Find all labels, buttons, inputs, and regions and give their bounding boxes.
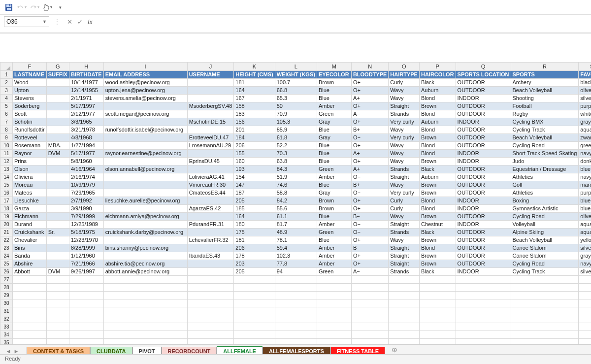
cell[interactable]: 206 bbox=[234, 244, 275, 252]
cell[interactable] bbox=[419, 299, 456, 307]
field-header[interactable]: EMAIL ADDRESS bbox=[103, 71, 187, 79]
cell[interactable]: bins.shanny@pecinow.org bbox=[103, 244, 187, 252]
cell[interactable]: 74.6 bbox=[275, 181, 317, 189]
cell[interactable] bbox=[103, 134, 187, 142]
row-header[interactable]: 21 bbox=[0, 229, 13, 236]
cell[interactable] bbox=[46, 213, 69, 221]
cell[interactable]: Blue bbox=[317, 213, 351, 221]
cell[interactable] bbox=[13, 315, 47, 323]
cell[interactable]: Blond bbox=[419, 142, 456, 150]
column-header[interactable]: L bbox=[275, 63, 317, 71]
cell[interactable] bbox=[187, 331, 234, 339]
cell[interactable]: Green bbox=[317, 229, 351, 236]
cell[interactable]: O+ bbox=[351, 252, 388, 260]
row-header[interactable]: 10 bbox=[0, 142, 13, 150]
cell[interactable] bbox=[46, 205, 69, 213]
cell[interactable] bbox=[187, 213, 234, 221]
row-header[interactable]: 5 bbox=[0, 102, 13, 110]
cell[interactable]: 5/8/1960 bbox=[69, 158, 103, 165]
cell[interactable]: Mateos bbox=[13, 189, 47, 197]
tab-nav-prev-icon[interactable]: ◄ bbox=[5, 348, 12, 354]
cell[interactable]: O− bbox=[351, 189, 388, 197]
row-header[interactable]: 15 bbox=[0, 181, 13, 189]
cell[interactable]: Brown bbox=[317, 79, 351, 87]
tab-nav-next-icon[interactable]: ► bbox=[13, 348, 20, 354]
cell[interactable]: 10/14/1977 bbox=[69, 79, 103, 87]
cell[interactable] bbox=[187, 299, 234, 307]
cell[interactable]: Upton bbox=[13, 87, 47, 95]
cell[interactable] bbox=[456, 299, 511, 307]
cell[interactable] bbox=[13, 276, 47, 284]
cell[interactable] bbox=[456, 284, 511, 292]
cell[interactable]: INDOOR bbox=[456, 268, 511, 276]
cell[interactable]: B+ bbox=[351, 181, 388, 189]
row-header[interactable]: 24 bbox=[0, 252, 13, 260]
cell[interactable]: Brown bbox=[419, 134, 456, 142]
sheet-tab[interactable]: CLUBDATA bbox=[90, 347, 132, 355]
cell[interactable] bbox=[419, 276, 456, 284]
cell[interactable]: Blue bbox=[317, 142, 351, 150]
cell[interactable]: aqua bbox=[579, 126, 591, 134]
cell[interactable]: Auburn bbox=[419, 87, 456, 95]
cell[interactable] bbox=[579, 284, 591, 292]
cell[interactable] bbox=[317, 315, 351, 323]
cell[interactable] bbox=[317, 331, 351, 339]
cell[interactable]: silver bbox=[579, 95, 591, 102]
cell[interactable]: Cycling Road bbox=[511, 142, 579, 150]
cell[interactable] bbox=[13, 323, 47, 331]
cell[interactable]: 203 bbox=[234, 260, 275, 268]
cell[interactable]: 193 bbox=[234, 165, 275, 173]
cell[interactable] bbox=[351, 284, 388, 292]
cell[interactable]: Liesuchke bbox=[13, 197, 47, 205]
cell[interactable] bbox=[46, 221, 69, 229]
cell[interactable]: Gray bbox=[317, 134, 351, 142]
cell[interactable]: O+ bbox=[351, 79, 388, 87]
cell[interactable] bbox=[46, 236, 69, 244]
cell[interactable]: Very curly bbox=[389, 134, 420, 142]
cell[interactable]: O+ bbox=[351, 205, 388, 213]
cell[interactable]: Straight bbox=[389, 102, 420, 110]
cell[interactable] bbox=[103, 158, 187, 165]
column-header[interactable]: N bbox=[351, 63, 388, 71]
cell[interactable]: Short Track Speed Skating bbox=[511, 150, 579, 158]
cell[interactable] bbox=[69, 331, 103, 339]
cell[interactable] bbox=[13, 299, 47, 307]
cell[interactable]: CmateosES.44 bbox=[187, 189, 234, 197]
cell[interactable] bbox=[511, 307, 579, 315]
cell[interactable]: Brown bbox=[317, 197, 351, 205]
cell[interactable] bbox=[511, 292, 579, 299]
cell[interactable]: A+ bbox=[351, 95, 388, 102]
row-header[interactable]: 16 bbox=[0, 189, 13, 197]
cell[interactable]: 181 bbox=[234, 236, 275, 244]
cell[interactable]: silver bbox=[579, 268, 591, 276]
cell[interactable]: Garza bbox=[13, 205, 47, 213]
cell[interactable] bbox=[351, 307, 388, 315]
cell[interactable] bbox=[187, 339, 234, 345]
row-header[interactable]: 19 bbox=[0, 213, 13, 221]
cell[interactable] bbox=[234, 292, 275, 299]
row-header[interactable]: 28 bbox=[0, 284, 13, 292]
cell[interactable]: Amber bbox=[317, 260, 351, 268]
cell[interactable] bbox=[351, 292, 388, 299]
row-header[interactable]: 7 bbox=[0, 118, 13, 126]
cell[interactable]: raynor.earnestine@pecinow.org bbox=[103, 150, 187, 158]
cell[interactable] bbox=[46, 331, 69, 339]
cell[interactable]: Wood bbox=[13, 79, 47, 87]
cell[interactable] bbox=[103, 142, 187, 150]
cell[interactable]: Athletics bbox=[511, 189, 579, 197]
field-header[interactable]: LASTNAME bbox=[13, 71, 47, 79]
field-header[interactable]: HEIGHT (CMS) bbox=[234, 71, 275, 79]
cell[interactable]: 70.9 bbox=[275, 110, 317, 118]
cell[interactable] bbox=[46, 292, 69, 299]
cell[interactable]: 185 bbox=[234, 205, 275, 213]
row-header[interactable]: 27 bbox=[0, 276, 13, 284]
cell[interactable]: 187 bbox=[234, 189, 275, 197]
cell[interactable]: Curly bbox=[389, 205, 420, 213]
cell[interactable]: O+ bbox=[351, 236, 388, 244]
cell[interactable] bbox=[351, 276, 388, 284]
cell[interactable]: Blond bbox=[419, 205, 456, 213]
cell[interactable]: 3/3/1965 bbox=[69, 118, 103, 126]
cell[interactable] bbox=[187, 87, 234, 95]
cell[interactable] bbox=[187, 323, 234, 331]
row-header[interactable]: 20 bbox=[0, 221, 13, 229]
